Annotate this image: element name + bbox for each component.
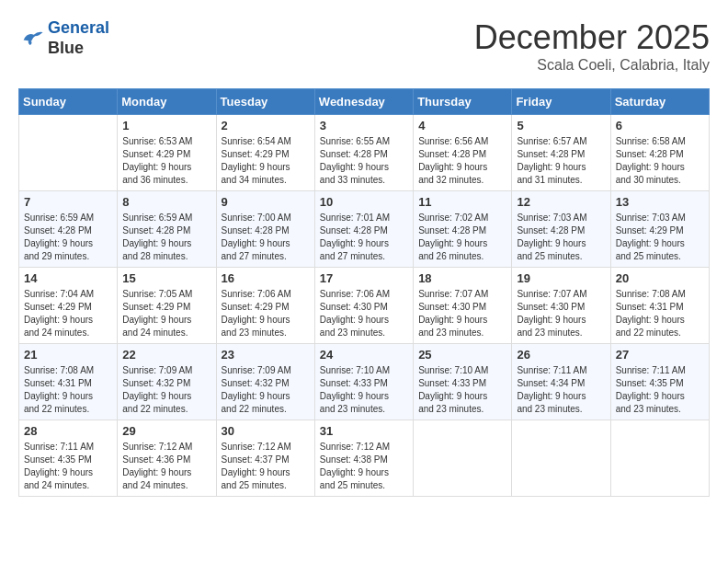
calendar-cell [512, 420, 610, 497]
calendar-cell: 3Sunrise: 6:55 AM Sunset: 4:28 PM Daylig… [314, 115, 413, 191]
calendar-week-row: 28Sunrise: 7:11 AM Sunset: 4:35 PM Dayli… [19, 420, 710, 497]
calendar-cell: 13Sunrise: 7:03 AM Sunset: 4:29 PM Dayli… [610, 191, 709, 268]
calendar-cell: 6Sunrise: 6:58 AM Sunset: 4:28 PM Daylig… [610, 115, 709, 191]
day-number: 24 [320, 348, 408, 362]
calendar-cell: 18Sunrise: 7:07 AM Sunset: 4:30 PM Dayli… [414, 268, 512, 344]
calendar-cell: 4Sunrise: 6:56 AM Sunset: 4:28 PM Daylig… [414, 115, 512, 191]
cell-content: Sunrise: 6:53 AM Sunset: 4:29 PM Dayligh… [122, 135, 210, 187]
calendar-cell: 29Sunrise: 7:12 AM Sunset: 4:36 PM Dayli… [118, 420, 216, 497]
calendar-cell: 30Sunrise: 7:12 AM Sunset: 4:37 PM Dayli… [216, 420, 314, 497]
calendar-cell: 25Sunrise: 7:10 AM Sunset: 4:33 PM Dayli… [414, 344, 512, 420]
day-number: 25 [418, 348, 506, 362]
cell-content: Sunrise: 7:03 AM Sunset: 4:29 PM Dayligh… [616, 212, 704, 263]
day-number: 9 [222, 195, 310, 209]
month-title: December 2025 [474, 18, 710, 57]
day-number: 18 [418, 271, 506, 285]
day-number: 19 [517, 271, 605, 285]
calendar-cell: 23Sunrise: 7:09 AM Sunset: 4:32 PM Dayli… [216, 344, 314, 420]
cell-content: Sunrise: 6:54 AM Sunset: 4:29 PM Dayligh… [222, 135, 310, 187]
day-number: 16 [222, 271, 310, 285]
day-number: 10 [320, 195, 408, 209]
location-subtitle: Scala Coeli, Calabria, Italy [474, 57, 710, 74]
cell-content: Sunrise: 7:01 AM Sunset: 4:28 PM Dayligh… [320, 212, 408, 263]
day-number: 12 [517, 195, 605, 209]
day-number: 26 [517, 348, 605, 362]
cell-content: Sunrise: 7:06 AM Sunset: 4:29 PM Dayligh… [222, 288, 310, 339]
cell-content: Sunrise: 7:10 AM Sunset: 4:33 PM Dayligh… [418, 364, 506, 416]
calendar-cell: 21Sunrise: 7:08 AM Sunset: 4:31 PM Dayli… [19, 344, 118, 420]
calendar-cell: 7Sunrise: 6:59 AM Sunset: 4:28 PM Daylig… [19, 191, 118, 268]
calendar-cell [414, 420, 512, 497]
day-number: 30 [222, 424, 310, 438]
cell-content: Sunrise: 7:04 AM Sunset: 4:29 PM Dayligh… [24, 288, 112, 339]
calendar-cell: 14Sunrise: 7:04 AM Sunset: 4:29 PM Dayli… [19, 268, 118, 344]
cell-content: Sunrise: 7:11 AM Sunset: 4:35 PM Dayligh… [24, 441, 112, 492]
day-header-thursday: Thursday [414, 89, 512, 115]
day-number: 27 [616, 348, 704, 362]
calendar-cell: 28Sunrise: 7:11 AM Sunset: 4:35 PM Dayli… [19, 420, 118, 497]
calendar-cell [610, 420, 709, 497]
cell-content: Sunrise: 7:11 AM Sunset: 4:34 PM Dayligh… [517, 364, 605, 416]
calendar-cell: 16Sunrise: 7:06 AM Sunset: 4:29 PM Dayli… [216, 268, 314, 344]
day-number: 14 [24, 271, 112, 285]
calendar-header-row: SundayMondayTuesdayWednesdayThursdayFrid… [19, 89, 710, 115]
calendar-cell: 19Sunrise: 7:07 AM Sunset: 4:30 PM Dayli… [512, 268, 610, 344]
day-number: 13 [616, 195, 704, 209]
day-number: 6 [616, 119, 704, 132]
day-header-friday: Friday [512, 89, 610, 115]
cell-content: Sunrise: 6:58 AM Sunset: 4:28 PM Dayligh… [616, 135, 704, 187]
day-number: 2 [222, 119, 310, 132]
cell-content: Sunrise: 7:08 AM Sunset: 4:31 PM Dayligh… [24, 364, 112, 416]
cell-content: Sunrise: 6:55 AM Sunset: 4:28 PM Dayligh… [320, 135, 408, 187]
calendar-cell: 31Sunrise: 7:12 AM Sunset: 4:38 PM Dayli… [314, 420, 413, 497]
day-number: 22 [122, 348, 210, 362]
day-number: 11 [418, 195, 506, 209]
logo-text: General Blue [48, 18, 109, 58]
cell-content: Sunrise: 7:12 AM Sunset: 4:37 PM Dayligh… [222, 441, 310, 492]
day-number: 15 [122, 271, 210, 285]
day-number: 31 [320, 424, 408, 438]
cell-content: Sunrise: 6:56 AM Sunset: 4:28 PM Dayligh… [418, 135, 506, 187]
cell-content: Sunrise: 6:59 AM Sunset: 4:28 PM Dayligh… [122, 212, 210, 263]
title-block: December 2025 Scala Coeli, Calabria, Ita… [474, 18, 710, 74]
cell-content: Sunrise: 7:09 AM Sunset: 4:32 PM Dayligh… [122, 364, 210, 416]
day-header-saturday: Saturday [610, 89, 709, 115]
day-number: 23 [222, 348, 310, 362]
calendar-cell: 5Sunrise: 6:57 AM Sunset: 4:28 PM Daylig… [512, 115, 610, 191]
logo-line2: Blue [48, 39, 109, 59]
day-number: 4 [418, 119, 506, 132]
calendar-cell: 12Sunrise: 7:03 AM Sunset: 4:28 PM Dayli… [512, 191, 610, 268]
page-header: General Blue December 2025 Scala Coeli, … [18, 18, 710, 74]
day-number: 7 [24, 195, 112, 209]
calendar-cell: 2Sunrise: 6:54 AM Sunset: 4:29 PM Daylig… [216, 115, 314, 191]
calendar-cell: 27Sunrise: 7:11 AM Sunset: 4:35 PM Dayli… [610, 344, 709, 420]
cell-content: Sunrise: 7:12 AM Sunset: 4:36 PM Dayligh… [122, 441, 210, 492]
calendar-cell: 24Sunrise: 7:10 AM Sunset: 4:33 PM Dayli… [314, 344, 413, 420]
cell-content: Sunrise: 7:09 AM Sunset: 4:32 PM Dayligh… [222, 364, 310, 416]
day-number: 20 [616, 271, 704, 285]
cell-content: Sunrise: 6:59 AM Sunset: 4:28 PM Dayligh… [24, 212, 112, 263]
calendar-week-row: 14Sunrise: 7:04 AM Sunset: 4:29 PM Dayli… [19, 268, 710, 344]
day-number: 28 [24, 424, 112, 438]
day-number: 21 [24, 348, 112, 362]
logo: General Blue [18, 18, 109, 58]
day-number: 1 [122, 119, 210, 132]
calendar-cell: 10Sunrise: 7:01 AM Sunset: 4:28 PM Dayli… [314, 191, 413, 268]
cell-content: Sunrise: 7:11 AM Sunset: 4:35 PM Dayligh… [616, 364, 704, 416]
calendar-cell: 1Sunrise: 6:53 AM Sunset: 4:29 PM Daylig… [118, 115, 216, 191]
cell-content: Sunrise: 7:00 AM Sunset: 4:28 PM Dayligh… [222, 212, 310, 263]
logo-icon [18, 26, 44, 52]
day-number: 8 [122, 195, 210, 209]
cell-content: Sunrise: 7:10 AM Sunset: 4:33 PM Dayligh… [320, 364, 408, 416]
day-number: 3 [320, 119, 408, 132]
cell-content: Sunrise: 6:57 AM Sunset: 4:28 PM Dayligh… [517, 135, 605, 187]
cell-content: Sunrise: 7:06 AM Sunset: 4:30 PM Dayligh… [320, 288, 408, 339]
cell-content: Sunrise: 7:02 AM Sunset: 4:28 PM Dayligh… [418, 212, 506, 263]
calendar-cell [19, 115, 118, 191]
day-header-wednesday: Wednesday [314, 89, 413, 115]
calendar-cell: 20Sunrise: 7:08 AM Sunset: 4:31 PM Dayli… [610, 268, 709, 344]
calendar-cell: 9Sunrise: 7:00 AM Sunset: 4:28 PM Daylig… [216, 191, 314, 268]
cell-content: Sunrise: 7:08 AM Sunset: 4:31 PM Dayligh… [616, 288, 704, 339]
calendar-week-row: 7Sunrise: 6:59 AM Sunset: 4:28 PM Daylig… [19, 191, 710, 268]
calendar-table: SundayMondayTuesdayWednesdayThursdayFrid… [18, 88, 710, 497]
